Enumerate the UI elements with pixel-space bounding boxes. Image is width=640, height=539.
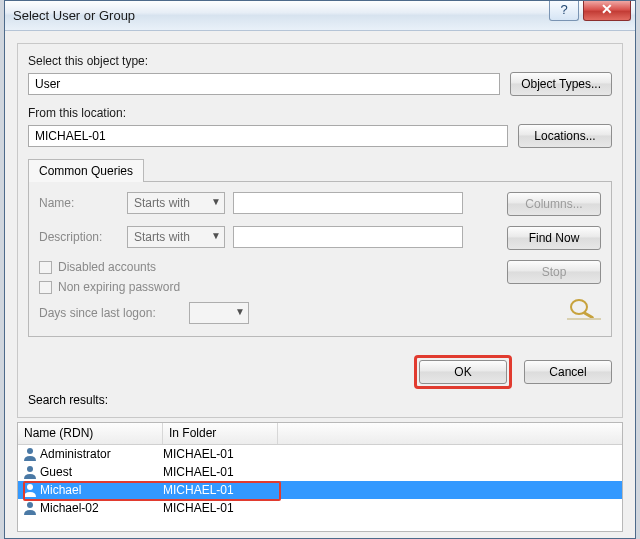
- locations-button[interactable]: Locations...: [518, 124, 612, 148]
- checkbox-box-icon: [39, 261, 52, 274]
- results-header[interactable]: Name (RDN) In Folder: [18, 423, 622, 445]
- description-filter-input[interactable]: [233, 226, 463, 248]
- days-since-logon-row: Days since last logon: ▼: [39, 302, 487, 324]
- result-name: Michael-02: [40, 501, 163, 515]
- result-name: Administrator: [40, 447, 163, 461]
- disabled-accounts-checkbox[interactable]: Disabled accounts: [39, 260, 487, 274]
- svg-point-4: [27, 484, 33, 490]
- dialog-buttons: OK Cancel: [28, 355, 612, 389]
- object-type-label: Select this object type:: [28, 54, 612, 68]
- column-folder[interactable]: In Folder: [163, 423, 278, 444]
- column-spacer: [278, 423, 622, 444]
- user-icon: [22, 464, 38, 480]
- search-results-label: Search results:: [28, 393, 612, 407]
- days-since-logon-label: Days since last logon:: [39, 306, 179, 320]
- main-fieldset: Select this object type: Object Types...…: [17, 43, 623, 418]
- result-row[interactable]: MichaelMICHAEL-01: [18, 481, 622, 499]
- name-filter-input[interactable]: [233, 192, 463, 214]
- user-icon: [22, 482, 38, 498]
- result-name: Guest: [40, 465, 163, 479]
- result-folder: MICHAEL-01: [163, 465, 343, 479]
- object-type-input[interactable]: [28, 73, 500, 95]
- result-rows: AdministratorMICHAEL-01GuestMICHAEL-01Mi…: [18, 445, 622, 517]
- queries-tabbox: Common Queries Name: ▼: [28, 158, 612, 337]
- name-filter-label: Name:: [39, 196, 119, 210]
- description-mode-combo[interactable]: ▼: [127, 226, 225, 248]
- user-icon: [22, 446, 38, 462]
- close-button[interactable]: ✕: [583, 1, 631, 21]
- columns-button[interactable]: Columns...: [507, 192, 601, 216]
- result-row[interactable]: GuestMICHAEL-01: [18, 463, 622, 481]
- name-mode-input[interactable]: [127, 192, 225, 214]
- result-row[interactable]: Michael-02MICHAEL-01: [18, 499, 622, 517]
- titlebar-controls: ? ✕: [549, 1, 635, 30]
- nonexpiring-password-label: Non expiring password: [58, 280, 180, 294]
- cancel-button[interactable]: Cancel: [524, 360, 612, 384]
- help-button[interactable]: ?: [549, 1, 579, 21]
- description-mode-input[interactable]: [127, 226, 225, 248]
- client-area: Select this object type: Object Types...…: [5, 31, 635, 538]
- tab-common-queries[interactable]: Common Queries: [28, 159, 144, 182]
- stop-button[interactable]: Stop: [507, 260, 601, 284]
- result-folder: MICHAEL-01: [163, 501, 343, 515]
- titlebar: Select User or Group ? ✕: [5, 1, 635, 31]
- location-input[interactable]: [28, 125, 508, 147]
- svg-point-2: [27, 448, 33, 454]
- nonexpiring-password-checkbox[interactable]: Non expiring password: [39, 280, 487, 294]
- result-name: Michael: [40, 483, 163, 497]
- ok-button[interactable]: OK: [419, 360, 507, 384]
- results-list[interactable]: Name (RDN) In Folder AdministratorMICHAE…: [17, 422, 623, 532]
- ok-highlight: OK: [414, 355, 512, 389]
- svg-point-3: [27, 466, 33, 472]
- object-types-button[interactable]: Object Types...: [510, 72, 612, 96]
- svg-point-5: [27, 502, 33, 508]
- search-icon: [567, 297, 601, 324]
- description-filter-row: Description: ▼: [39, 226, 487, 248]
- window-title: Select User or Group: [13, 8, 135, 23]
- result-folder: MICHAEL-01: [163, 483, 343, 497]
- result-folder: MICHAEL-01: [163, 447, 343, 461]
- checkbox-box-icon: [39, 281, 52, 294]
- days-since-logon-combo[interactable]: ▼: [189, 302, 249, 324]
- disabled-accounts-label: Disabled accounts: [58, 260, 156, 274]
- name-filter-row: Name: ▼: [39, 192, 487, 214]
- location-label: From this location:: [28, 106, 612, 120]
- result-row[interactable]: AdministratorMICHAEL-01: [18, 445, 622, 463]
- name-mode-combo[interactable]: ▼: [127, 192, 225, 214]
- column-name[interactable]: Name (RDN): [18, 423, 163, 444]
- days-since-logon-input[interactable]: [189, 302, 249, 324]
- description-filter-label: Description:: [39, 230, 119, 244]
- queries-tabpanel: Name: ▼ Description:: [28, 181, 612, 337]
- select-user-window: Select User or Group ? ✕ Select this obj…: [4, 0, 636, 539]
- find-now-button[interactable]: Find Now: [507, 226, 601, 250]
- user-icon: [22, 500, 38, 516]
